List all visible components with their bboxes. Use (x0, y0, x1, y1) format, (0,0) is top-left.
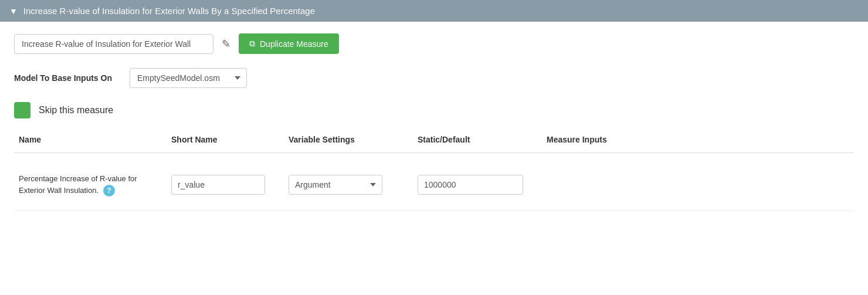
measure-name-input[interactable] (14, 34, 213, 54)
row-variable-cell: Argument Variable (284, 172, 413, 197)
col-header-static-default: Static/Default (413, 133, 542, 147)
row-static-default-cell (413, 172, 542, 197)
model-select[interactable]: EmptySeedModel.osm (130, 68, 247, 88)
row-short-name-cell (167, 172, 284, 197)
row-name-text: Percentage Increase of R-value for Exter… (19, 174, 137, 195)
skip-section: Skip this measure (14, 102, 854, 118)
row-name-cell: Percentage Increase of R-value for Exter… (14, 171, 167, 199)
row-measure-inputs-cell (542, 182, 671, 187)
table-row: Percentage Increase of R-value for Exter… (14, 159, 854, 211)
table-header: Name Short Name Variable Settings Static… (14, 133, 854, 153)
skip-label: Skip this measure (39, 105, 113, 116)
duplicate-icon: ⧉ (249, 39, 255, 49)
variable-settings-select[interactable]: Argument Variable (289, 175, 382, 195)
skip-checkbox[interactable] (14, 102, 30, 118)
short-name-input[interactable] (171, 175, 265, 195)
col-header-short-name: Short Name (167, 133, 284, 147)
model-section: Model To Base Inputs On EmptySeedModel.o… (14, 68, 854, 88)
model-label: Model To Base Inputs On (14, 73, 112, 83)
top-toolbar: ✎ ⧉ Duplicate Measure (14, 33, 854, 54)
col-header-name: Name (14, 133, 167, 147)
help-icon[interactable]: ? (103, 185, 115, 196)
duplicate-measure-button[interactable]: ⧉ Duplicate Measure (239, 33, 339, 54)
header-bar: ▼ Increase R-value of Insulation for Ext… (0, 0, 868, 22)
col-header-measure-inputs: Measure Inputs (542, 133, 671, 147)
header-title: Increase R-value of Insulation for Exter… (23, 6, 315, 16)
header-chevron[interactable]: ▼ (9, 6, 18, 16)
edit-icon[interactable]: ✎ (222, 38, 230, 50)
duplicate-label: Duplicate Measure (260, 39, 328, 49)
static-default-input[interactable] (418, 175, 523, 195)
col-header-variable-settings: Variable Settings (284, 133, 413, 147)
